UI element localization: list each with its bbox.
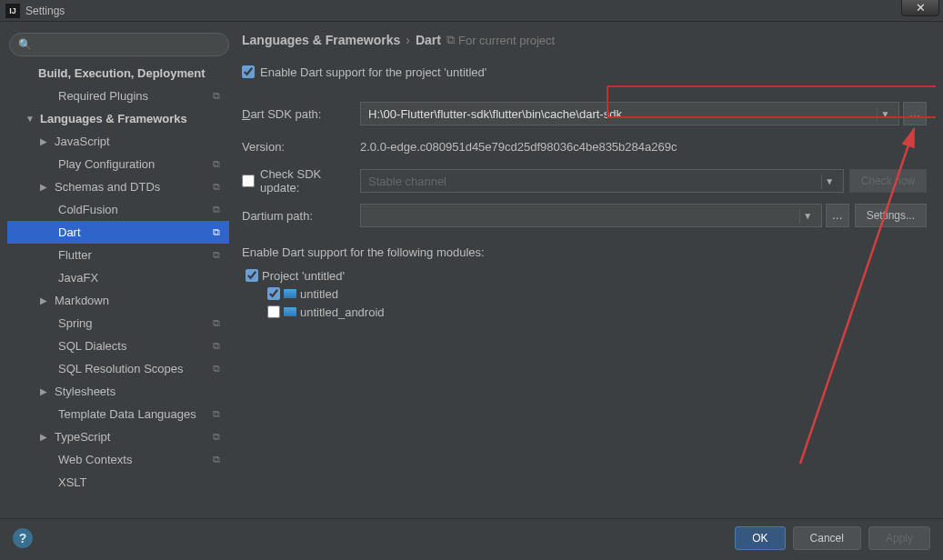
module-label: untitled_android <box>300 305 385 319</box>
sidebar-item-sql-scopes[interactable]: SQL Resolution Scopes⧉ <box>7 357 229 380</box>
sidebar-label: Schemas and DTDs <box>55 180 160 194</box>
sidebar-label: Dart <box>58 225 81 239</box>
sidebar-label: Flutter <box>58 248 92 262</box>
version-label: Version: <box>242 140 360 154</box>
project-scope-hint: ⧉For current project <box>446 33 555 47</box>
annotation-highlight <box>607 85 936 118</box>
sidebar-item-markdown[interactable]: Markdown <box>7 289 229 312</box>
search-input[interactable] <box>9 33 229 56</box>
sidebar-item-flutter[interactable]: Flutter⧉ <box>7 244 229 266</box>
breadcrumb: Languages & Frameworks Dart ⧉For current… <box>242 33 927 47</box>
check-update-label: Check SDK update: <box>260 167 360 195</box>
sidebar-label: JavaFX <box>58 271 98 285</box>
module-icon <box>284 307 296 316</box>
sidebar-item-javafx[interactable]: JavaFX <box>7 266 229 289</box>
sidebar-label: Web Contexts <box>58 453 132 466</box>
chevron-right-icon <box>40 295 51 305</box>
breadcrumb-leaf: Dart <box>416 33 441 47</box>
sidebar-item-required-plugins[interactable]: Required Plugins⧉ <box>7 85 229 107</box>
module-row[interactable]: untitled <box>242 285 927 303</box>
help-button[interactable]: ? <box>13 528 33 548</box>
sdk-path-label: Dart SDK path: <box>242 107 360 121</box>
project-root-checkbox[interactable] <box>246 269 258 282</box>
sidebar-item-web-contexts[interactable]: Web Contexts⧉ <box>7 448 229 471</box>
scope-icon: ⧉ <box>213 431 220 443</box>
sidebar-label: Markdown <box>55 294 109 307</box>
sidebar-label: Template Data Languages <box>58 407 196 421</box>
sidebar-label: Spring <box>58 316 93 330</box>
sidebar-item-lang-frameworks[interactable]: Languages & Frameworks <box>7 107 229 130</box>
chevron-down-icon <box>25 114 36 124</box>
close-button[interactable]: ✕ <box>901 0 939 16</box>
module-checkbox[interactable] <box>267 305 280 318</box>
sidebar-item-spring[interactable]: Spring⧉ <box>7 312 229 335</box>
project-root-row[interactable]: Project 'untitled' <box>242 266 927 285</box>
sidebar-label: JavaScript <box>55 135 110 148</box>
breadcrumb-root[interactable]: Languages & Frameworks <box>242 33 400 47</box>
sidebar-item-javascript[interactable]: JavaScript <box>7 130 229 153</box>
sidebar-label: ColdFusion <box>58 203 118 216</box>
scope-icon: ⧉ <box>446 33 455 47</box>
settings-tree[interactable]: Build, Execution, Deployment Required Pl… <box>7 62 231 511</box>
scope-icon: ⧉ <box>213 204 220 215</box>
scope-icon: ⧉ <box>213 340 220 352</box>
chevron-right-icon <box>40 432 51 442</box>
module-label: untitled <box>300 287 338 301</box>
chevron-down-icon[interactable]: ▼ <box>799 209 816 224</box>
settings-sidebar: 🔍 Build, Execution, Deployment Required … <box>7 29 231 511</box>
sidebar-item-typescript[interactable]: TypeScript⧉ <box>7 425 229 448</box>
sidebar-label: Languages & Frameworks <box>40 112 187 125</box>
sidebar-item-play[interactable]: Play Configuration⧉ <box>7 153 229 175</box>
enable-dart-checkbox[interactable] <box>242 65 255 78</box>
scope-icon: ⧉ <box>213 317 220 329</box>
dartium-browse-button[interactable]: … <box>826 204 849 227</box>
sidebar-item-xslt[interactable]: XSLT <box>7 471 229 494</box>
dialog-footer: ? OK Cancel Apply <box>0 518 943 556</box>
dartium-path-combo[interactable]: ▼ <box>360 204 822 227</box>
window-title: Settings <box>25 5 65 17</box>
scope-icon: ⧉ <box>213 158 220 170</box>
app-icon: IJ <box>5 4 20 18</box>
sidebar-label: TypeScript <box>55 430 110 444</box>
module-checkbox[interactable] <box>267 287 280 300</box>
sidebar-label: XSLT <box>58 475 87 489</box>
sidebar-label: Stylesheets <box>55 385 115 398</box>
cancel-button[interactable]: Cancel <box>793 526 861 550</box>
apply-button[interactable]: Apply <box>868 526 930 550</box>
sidebar-item-template-langs[interactable]: Template Data Languages⧉ <box>7 403 229 425</box>
sidebar-item-stylesheets[interactable]: Stylesheets <box>7 380 229 403</box>
enable-dart-label: Enable Dart support for the project 'unt… <box>260 65 487 79</box>
modules-label: Enable Dart support for the following mo… <box>242 245 927 259</box>
update-channel-combo: Stable channel ▼ <box>360 169 844 193</box>
breadcrumb-sep-icon <box>406 33 410 47</box>
chevron-right-icon <box>40 136 51 146</box>
sidebar-item-dart[interactable]: Dart⧉ <box>7 221 229 244</box>
module-row[interactable]: untitled_android <box>242 303 927 321</box>
ok-button[interactable]: OK <box>735 526 785 550</box>
dartium-path-label: Dartium path: <box>242 209 360 223</box>
sidebar-item-build[interactable]: Build, Execution, Deployment <box>7 62 229 85</box>
module-icon <box>284 289 296 298</box>
project-root-label: Project 'untitled' <box>262 269 345 283</box>
scope-icon: ⧉ <box>213 226 220 238</box>
check-now-button[interactable]: Check now <box>849 169 927 193</box>
sidebar-item-coldfusion[interactable]: ColdFusion⧉ <box>7 198 229 221</box>
sidebar-label: Play Configuration <box>58 157 155 171</box>
scope-icon: ⧉ <box>213 454 220 465</box>
chevron-right-icon <box>40 386 51 396</box>
sdk-path-value: H:\00-Flutter\flutter-sdk\flutter\bin\ca… <box>368 107 622 121</box>
scope-icon: ⧉ <box>213 90 220 102</box>
scope-icon: ⧉ <box>213 181 220 193</box>
sidebar-item-schemas[interactable]: Schemas and DTDs⧉ <box>7 175 229 198</box>
chevron-down-icon: ▼ <box>821 175 838 189</box>
sidebar-label: Required Plugins <box>58 89 148 103</box>
check-update-checkbox[interactable] <box>242 175 255 187</box>
settings-content: Languages & Frameworks Dart ⧉For current… <box>238 29 936 511</box>
sidebar-label: SQL Resolution Scopes <box>58 362 184 375</box>
search-icon: 🔍 <box>18 38 32 51</box>
titlebar: IJ Settings ✕ <box>0 0 943 22</box>
sidebar-item-sql-dialects[interactable]: SQL Dialects⧉ <box>7 335 229 357</box>
sidebar-label: SQL Dialects <box>58 339 126 353</box>
dartium-settings-button[interactable]: Settings... <box>855 204 927 227</box>
scope-icon: ⧉ <box>213 408 220 420</box>
